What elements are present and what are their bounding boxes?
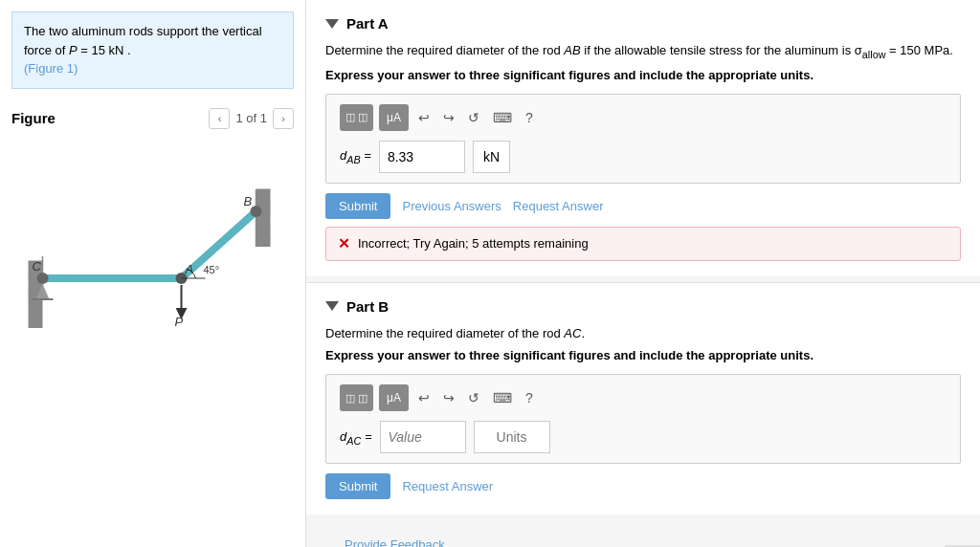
figure-header: Figure ‹ 1 of 1 › bbox=[11, 108, 294, 129]
part-a-action-row: Submit Previous Answers Request Answer bbox=[325, 193, 961, 219]
error-icon: ✕ bbox=[338, 235, 350, 252]
problem-text: The two aluminum rods support the vertic… bbox=[24, 24, 262, 57]
matrix-button-b[interactable]: ◫ ◫ bbox=[340, 384, 373, 411]
part-a-prev-answers-button[interactable]: Previous Answers bbox=[402, 199, 501, 213]
figure-section: Figure ‹ 1 of 1 › bbox=[0, 100, 305, 339]
mu-button-b[interactable]: μA bbox=[379, 384, 409, 411]
part-a-answer-box: ◫ ◫ μA ↩ ↪ ↺ ⌨ ? dAB = kN bbox=[325, 94, 961, 184]
part-b-unit-input[interactable] bbox=[474, 421, 550, 453]
part-b-answer-box: ◫ ◫ μA ↩ ↪ ↺ ⌨ ? dAC = bbox=[325, 374, 961, 464]
svg-point-14 bbox=[37, 273, 49, 284]
part-b-label: Part B bbox=[346, 298, 389, 315]
svg-text:C: C bbox=[33, 259, 42, 274]
part-b-question: Determine the required diameter of the r… bbox=[325, 324, 961, 343]
part-a-answer-label: dAB = bbox=[340, 148, 371, 165]
part-b-header: Part B bbox=[325, 298, 961, 315]
right-panel: Part A Determine the required diameter o… bbox=[306, 0, 980, 547]
part-b-value-input[interactable] bbox=[380, 421, 466, 453]
svg-text:45°: 45° bbox=[204, 264, 220, 275]
figure-nav-controls: ‹ 1 of 1 › bbox=[209, 108, 294, 129]
part-a-label: Part A bbox=[346, 15, 389, 32]
next-figure-button[interactable]: › bbox=[273, 108, 294, 129]
part-a-request-answer-button[interactable]: Request Answer bbox=[513, 199, 604, 213]
figure-link[interactable]: (Figure 1) bbox=[24, 61, 78, 76]
problem-statement: The two aluminum rods support the vertic… bbox=[11, 11, 294, 89]
part-a-section: Part A Determine the required diameter o… bbox=[306, 0, 980, 276]
part-b-answer-label: dAC = bbox=[340, 429, 372, 447]
part-b-toolbar: ◫ ◫ μA ↩ ↪ ↺ ⌨ ? bbox=[340, 384, 947, 411]
part-a-question: Determine the required diameter of the r… bbox=[325, 41, 961, 62]
refresh-button-a[interactable]: ↺ bbox=[464, 108, 483, 127]
undo-button-b[interactable]: ↩ bbox=[414, 388, 434, 407]
svg-point-16 bbox=[251, 206, 262, 217]
keyboard-button-b[interactable]: ⌨ bbox=[489, 388, 516, 407]
part-b-collapse-icon[interactable] bbox=[325, 301, 339, 311]
part-b-request-answer-button[interactable]: Request Answer bbox=[402, 479, 493, 493]
part-a-header: Part A bbox=[325, 15, 961, 32]
redo-button-b[interactable]: ↪ bbox=[439, 388, 458, 407]
part-a-answer-row: dAB = kN bbox=[340, 141, 947, 173]
part-a-error-text: Incorrect; Try Again; 5 attempts remaini… bbox=[358, 236, 589, 251]
svg-text:B: B bbox=[244, 194, 253, 208]
part-a-submit-button[interactable]: Submit bbox=[325, 193, 390, 219]
svg-text:P: P bbox=[175, 315, 184, 328]
part-b-answer-row: dAC = bbox=[340, 421, 947, 453]
part-a-instruction: Express your answer to three significant… bbox=[325, 68, 961, 82]
part-b-action-row: Submit Request Answer bbox=[325, 473, 961, 499]
figure-counter: 1 of 1 bbox=[235, 111, 267, 125]
left-panel: The two aluminum rods support the vertic… bbox=[0, 0, 306, 547]
svg-rect-5 bbox=[256, 189, 271, 247]
matrix-button-a[interactable]: ◫ ◫ bbox=[340, 104, 373, 131]
part-a-value-input[interactable] bbox=[379, 141, 465, 173]
redo-button-a[interactable]: ↪ bbox=[439, 108, 458, 127]
refresh-button-b[interactable]: ↺ bbox=[464, 388, 483, 407]
part-b-submit-button[interactable]: Submit bbox=[325, 473, 390, 499]
undo-button-a[interactable]: ↩ bbox=[414, 108, 434, 127]
keyboard-button-a[interactable]: ⌨ bbox=[489, 108, 516, 127]
feedback-link[interactable]: Provide Feedback bbox=[325, 528, 464, 547]
help-button-b[interactable]: ? bbox=[522, 388, 537, 407]
bottom-bar: Provide Feedback Ne bbox=[306, 520, 980, 547]
part-b-section: Part B Determine the required diameter o… bbox=[306, 283, 980, 515]
part-a-error-box: ✕ Incorrect; Try Again; 5 attempts remai… bbox=[325, 227, 961, 261]
part-b-instruction: Express your answer to three significant… bbox=[325, 348, 961, 362]
figure-diagram: C A B 45° P bbox=[11, 137, 294, 328]
help-button-a[interactable]: ? bbox=[522, 108, 537, 127]
part-a-toolbar: ◫ ◫ μA ↩ ↪ ↺ ⌨ ? bbox=[340, 104, 947, 131]
mu-button-a[interactable]: μA bbox=[379, 104, 409, 131]
svg-text:A: A bbox=[185, 262, 194, 276]
part-a-collapse-icon[interactable] bbox=[325, 19, 339, 29]
figure-title: Figure bbox=[11, 110, 56, 126]
prev-figure-button[interactable]: ‹ bbox=[209, 108, 230, 129]
part-a-unit-display: kN bbox=[473, 141, 510, 173]
